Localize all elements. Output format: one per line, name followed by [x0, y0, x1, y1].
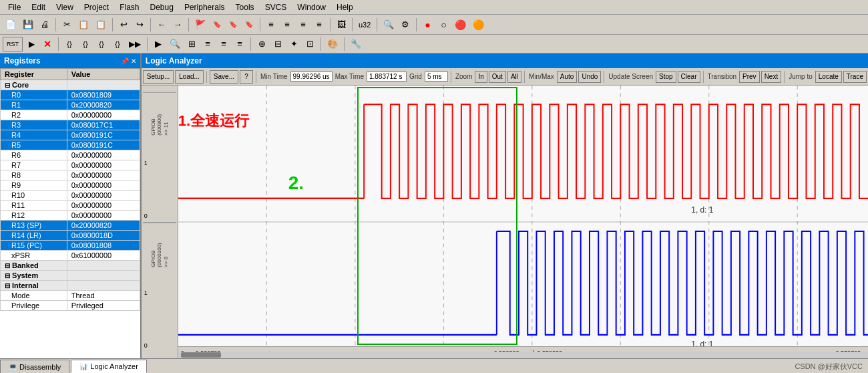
undo-button[interactable]: ↩ — [116, 17, 131, 32]
back-button[interactable]: ← — [154, 17, 169, 32]
table-row[interactable]: R80x00000000 — [1, 170, 140, 180]
table-row[interactable]: PrivilegePrivileged — [1, 301, 140, 311]
load-button[interactable]: Load... — [175, 70, 204, 84]
table-row[interactable]: ⊟ System — [1, 271, 140, 281]
align2-button[interactable]: ≡ — [216, 37, 231, 51]
zoom2-button[interactable]: 🔍 — [167, 37, 183, 51]
help-la-button[interactable]: ? — [240, 70, 253, 84]
align-button[interactable]: ≡ — [200, 37, 215, 51]
forward-button[interactable]: → — [170, 17, 185, 32]
table-row[interactable]: R120x00000000 — [1, 211, 140, 221]
table-row[interactable]: R60x00000000 — [1, 150, 140, 160]
bm2-button[interactable]: 🔖 — [226, 17, 240, 32]
step-over-button[interactable]: ▶▶ — [126, 37, 144, 51]
grid2-button[interactable]: ⊡ — [302, 37, 317, 51]
table-row[interactable]: R90x00000000 — [1, 180, 140, 191]
tab-logic-analyzer[interactable]: 📊 Logic Analyzer — [71, 360, 147, 373]
table-row[interactable]: ModeThread — [1, 291, 140, 301]
config-button[interactable]: ⚙ — [398, 17, 413, 32]
minus-button[interactable]: ⊟ — [270, 37, 285, 51]
table-row[interactable]: ⊟ Core — [1, 80, 140, 90]
star-button[interactable]: ✦ — [286, 37, 301, 51]
table-row[interactable]: R30x080017C1 — [1, 120, 140, 130]
undo-button[interactable]: Undo — [578, 71, 601, 83]
table-row[interactable]: R15 (PC)0x08001808 — [1, 241, 140, 251]
list2-button[interactable]: ≡ — [280, 17, 294, 32]
table-row[interactable]: R13 (SP)0x20000820 — [1, 221, 140, 231]
zoom-out-button[interactable]: Out — [489, 71, 506, 83]
list1-button[interactable]: ≡ — [264, 17, 278, 32]
menu-edit[interactable]: Edit — [26, 1, 51, 13]
wrench-button[interactable]: 🔧 — [348, 37, 364, 51]
prev-button[interactable]: Prev — [739, 71, 760, 83]
rst-button[interactable]: RST — [3, 37, 23, 51]
locate-button[interactable]: Locate — [815, 71, 842, 83]
menu-flash[interactable]: Flash — [114, 1, 144, 13]
menu-tools[interactable]: Tools — [230, 1, 260, 13]
table-row[interactable]: xPSR0x61000000 — [1, 251, 140, 261]
cut-button[interactable]: ✂ — [59, 17, 74, 32]
table-row[interactable]: R14 (LR)0x0800018D — [1, 231, 140, 241]
redo-button[interactable]: ↪ — [132, 17, 147, 32]
table-row[interactable]: ⊟ Internal — [1, 281, 140, 291]
table-row[interactable]: ⊟ Banked — [1, 261, 140, 271]
table-row[interactable]: R20x00000000 — [1, 110, 140, 120]
menu-window[interactable]: Window — [292, 1, 331, 13]
table-row[interactable]: R10x20000820 — [1, 100, 140, 110]
table-row[interactable]: R70x00000000 — [1, 160, 140, 170]
paste-button[interactable]: 📋 — [93, 17, 109, 32]
setup-button[interactable]: Setup... — [143, 70, 174, 84]
tab-disassembly[interactable]: 💻 Disassembly — [0, 360, 69, 373]
grid-button[interactable]: ⊞ — [184, 37, 199, 51]
scroll-thumb[interactable] — [181, 352, 221, 358]
zoom-in-button[interactable]: In — [475, 71, 487, 83]
save-la-button[interactable]: Save... — [210, 70, 238, 84]
menu-project[interactable]: Project — [79, 1, 114, 13]
table-row[interactable]: R100x00000000 — [1, 191, 140, 201]
copy-button[interactable]: 📋 — [75, 17, 91, 32]
stop-button[interactable]: 🔴 — [452, 17, 469, 32]
plus-button[interactable]: ⊕ — [254, 37, 269, 51]
zoom-all-button[interactable]: All — [507, 71, 521, 83]
new-button[interactable]: 📄 — [3, 17, 19, 32]
next-button[interactable]: Next — [761, 71, 782, 83]
menu-file[interactable]: File — [3, 1, 26, 13]
bm3-button[interactable]: 🔖 — [242, 17, 256, 32]
table-row[interactable]: R40x0800191C — [1, 130, 140, 140]
braces2-button[interactable]: {} — [78, 37, 93, 51]
run2-button[interactable]: ▶ — [24, 37, 39, 51]
table-row[interactable]: R50x0800191C — [1, 140, 140, 150]
bookmark-button[interactable]: 🚩 — [192, 17, 208, 32]
pin-button[interactable]: 📌 — [121, 57, 129, 65]
find-button[interactable]: 🔍 — [381, 17, 397, 32]
pic-button[interactable]: 🖼 — [334, 17, 349, 32]
scrollbar[interactable] — [178, 352, 868, 358]
table-row[interactable]: R110x00000000 — [1, 201, 140, 211]
close-panel-button[interactable]: ✕ — [131, 57, 136, 65]
menu-view[interactable]: View — [51, 1, 79, 13]
menu-svcs[interactable]: SVCS — [260, 1, 292, 13]
print-button[interactable]: 🖨 — [37, 17, 52, 32]
step-button[interactable]: ▶ — [151, 37, 166, 51]
stop-button[interactable]: Stop — [656, 71, 676, 83]
run-button[interactable]: ● — [420, 17, 435, 32]
save-button[interactable]: 💾 — [20, 17, 36, 32]
align3-button[interactable]: ≡ — [232, 37, 247, 51]
braces4-button[interactable]: {} — [110, 37, 125, 51]
menu-help[interactable]: Help — [331, 1, 359, 13]
trace-button[interactable]: Trace — [843, 71, 867, 83]
menu-peripherals[interactable]: Peripherals — [179, 1, 230, 13]
list3-button[interactable]: ≡ — [296, 17, 310, 32]
bm1-button[interactable]: 🔖 — [210, 17, 224, 32]
close-button[interactable]: ✕ — [40, 37, 55, 51]
auto-button[interactable]: Auto — [557, 71, 578, 83]
braces3-button[interactable]: {} — [94, 37, 109, 51]
braces1-button[interactable]: {} — [62, 37, 77, 51]
reset-button[interactable]: 🟠 — [470, 17, 487, 32]
waveform-area[interactable]: 1, d: 1 1, d: 1 1.全速运 — [178, 86, 868, 358]
list4-button[interactable]: ≡ — [312, 17, 327, 32]
pause-button[interactable]: ○ — [436, 17, 451, 32]
menu-debug[interactable]: Debug — [145, 1, 179, 13]
clear-button[interactable]: Clear — [678, 71, 700, 83]
color-button[interactable]: 🎨 — [324, 37, 341, 51]
